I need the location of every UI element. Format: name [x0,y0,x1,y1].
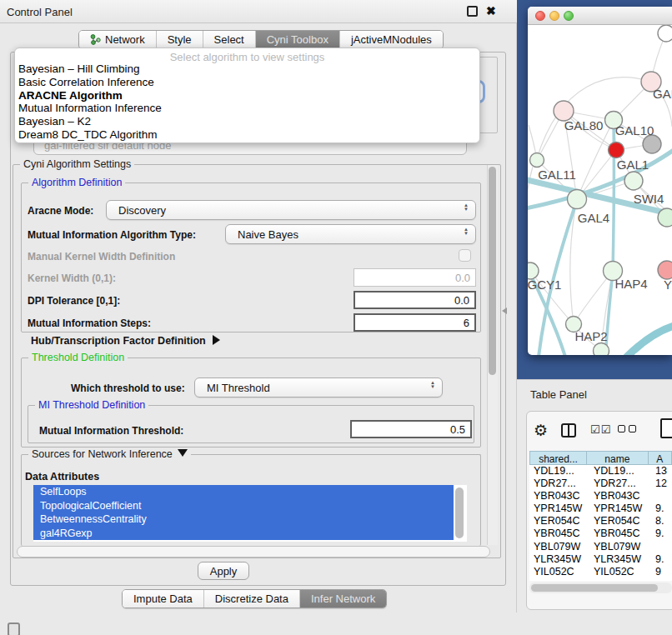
cell-shared: YIL052C [529,566,590,578]
tab-select[interactable]: Select [203,31,255,48]
close-icon[interactable]: ✖ [486,4,496,18]
node-label: SWI4 [634,192,664,206]
horizontal-scrollbar-track[interactable] [17,546,490,558]
close-traffic-light-icon[interactable] [535,11,545,21]
hub-definition-toggle[interactable]: Hub/Transcription Factor Definition [31,335,220,347]
attributes-scrollbar-thumb[interactable] [455,488,464,538]
algorithm-option[interactable]: Dream8 DC_TDC Algorithm [15,128,479,142]
network-canvas[interactable]: GAL GAL80 GAL10 GAL1 GAL11 SWI4 GAL4 GCY… [528,25,672,355]
tab-select-label: Select [214,33,244,46]
mi-threshold-field[interactable]: 0.5 [350,420,472,438]
column-header-shared-name[interactable]: shared... [529,451,587,465]
algorithm-option[interactable]: Bayesian – K2 [15,115,479,128]
float-window-icon[interactable] [467,6,478,17]
hub-definition-label: Hub/Transcription Factor Definition [31,335,206,347]
mi-type-combobox[interactable]: Naive Bayes ▲▼ [225,224,476,244]
network-node[interactable] [658,25,672,42]
attribute-item[interactable]: gal4RGexp [33,527,454,541]
threshold-definition-title: Threshold Definition [28,352,128,363]
node-label: HAP2 [574,329,607,343]
combobox-arrows-icon: ▲▼ [430,381,435,388]
algorithm-option[interactable]: Basic Correlation Inference [15,76,479,89]
deselect-all-checkboxes-icon[interactable] [618,425,636,432]
table-row[interactable]: YDR27...YDR27...12 [529,478,672,490]
aracne-mode-value: Discovery [118,204,166,217]
algorithm-option[interactable]: Mutual Information Inference [15,102,479,115]
tab-infer-network[interactable]: Infer Network [299,590,386,608]
aracne-mode-combobox[interactable]: Discovery ▲▼ [106,200,476,220]
table-header: shared... name A [529,451,672,465]
algorithm-placeholder: Select algorithm to view settings [15,48,479,62]
apply-button[interactable]: Apply [198,562,249,580]
tab-jactivemnodules[interactable]: jActiveMNodules [339,31,443,48]
table-row[interactable]: YBR045CYBR045C9. [529,528,672,540]
split-divider-grip[interactable] [502,308,507,314]
tab-style[interactable]: Style [156,31,203,48]
kernel-width-field[interactable]: 0.0 [354,268,476,287]
table-row[interactable]: YPR145WYPR145W9. [529,502,672,515]
mi-type-label: Mutual Information Algorithm Type: [28,229,196,241]
tab-discretize-data[interactable]: Discretize Data [203,590,299,608]
cell-col3: 9. [655,528,672,540]
zoom-traffic-light-icon[interactable] [564,11,574,21]
gear-icon[interactable]: ⚙ [534,421,548,440]
network-node[interactable] [658,261,672,279]
table-row[interactable]: YBL079WYBL079W [529,541,672,553]
split-columns-divider [568,425,569,436]
combobox-arrows-icon: ▲▼ [464,203,469,211]
network-view-window[interactable]: GAL GAL80 GAL10 GAL1 GAL11 SWI4 GAL4 GCY… [528,7,672,355]
tab-style-label: Style [168,33,192,46]
dpi-tolerance-field[interactable]: 0.0 [354,291,476,309]
attribute-item[interactable]: TopologicalCoefficient [33,499,454,513]
algorithm-option[interactable]: Bayesian – Hill Climbing [15,62,479,76]
attribute-item[interactable]: BetweennessCentrality [33,512,454,527]
control-panel-title: Control Panel [7,6,73,18]
node-label: GAL11 [538,168,576,182]
network-node-gray[interactable] [643,135,661,153]
table-hscrollbar-thumb[interactable] [531,584,658,592]
column-header-partial[interactable]: A [649,451,672,465]
manual-kernel-checkbox[interactable] [459,249,471,262]
tab-network-label: Network [105,33,145,46]
cell-name: YPR145W [590,502,655,515]
network-node-gcy1[interactable] [528,262,539,279]
cell-col3: 9 [655,566,672,578]
table-mode-icon[interactable] [660,418,672,438]
attribute-item[interactable]: SelfLoops [33,485,454,499]
table-row[interactable]: YLR345WYLR345W9. [529,553,672,566]
network-node-gal4[interactable] [568,190,587,209]
tab-impute-data[interactable]: Impute Data [123,590,203,608]
settings-scrollbar-thumb[interactable] [489,167,496,375]
algorithm-option-selected[interactable]: ARACNE Algorithm [15,89,479,102]
network-node-red[interactable] [609,142,624,158]
which-threshold-label: Which threshold to use: [71,382,185,394]
minimize-traffic-light-icon[interactable] [549,11,559,21]
select-all-checkboxes-icon[interactable]: ☑☑ [590,423,611,436]
tab-network[interactable]: Network [79,31,156,48]
network-node[interactable] [658,208,672,227]
network-node[interactable] [594,343,609,356]
table-row[interactable]: YIL052CYIL052C9 [529,566,672,578]
column-header-name[interactable]: name [587,451,649,465]
table-row[interactable]: YBR043CYBR043C [529,490,672,502]
which-threshold-combobox[interactable]: MI Threshold ▲▼ [194,378,443,398]
tab-cyni-toolbox[interactable]: Cyni Toolbox [255,31,339,48]
network-node-gal11[interactable] [530,153,544,168]
cell-name: YDR27... [590,478,655,490]
control-panel-tabs: Network Style Select Cyni Toolbox jActiv… [78,30,444,49]
split-columns-icon[interactable] [561,423,576,438]
mi-steps-field[interactable]: 6 [354,313,476,332]
minimized-panel-icon[interactable] [8,622,20,635]
mi-threshold-group-title: MI Threshold Definition [35,399,148,411]
cell-name: YLR345W [590,553,655,566]
network-window-titlebar[interactable] [528,7,672,25]
network-node-gal1[interactable] [624,172,643,190]
cell-name: YDL19... [590,465,655,478]
table-row[interactable]: YER054CYER054C8. [529,515,672,528]
cell-shared: YDR27... [529,478,590,490]
table-row[interactable]: YDL19...YDL19...13 [529,465,672,478]
cell-name: YBR043C [590,490,655,502]
sources-group-title[interactable]: Sources for Network Inference [28,448,191,460]
tab-discretize-data-label: Discretize Data [215,592,288,605]
cell-col3 [655,541,672,553]
